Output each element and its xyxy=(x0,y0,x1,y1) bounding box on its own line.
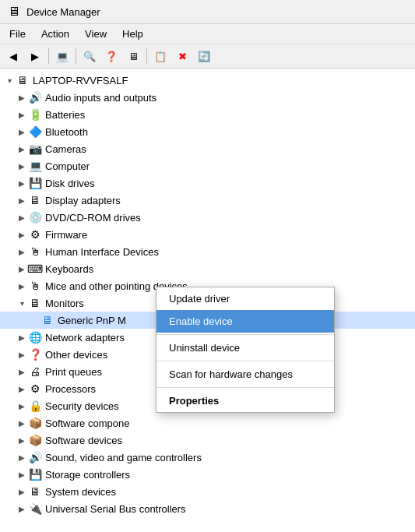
storage-icon: 💾 xyxy=(28,467,42,481)
storage-label: Storage controllers xyxy=(45,469,130,481)
processors-expand[interactable]: ▶ xyxy=(16,382,28,395)
tree-item-firmware[interactable]: ▶ ⚙ Firmware xyxy=(0,226,415,243)
tree-item-softwaredev[interactable]: ▶ 📦 Software devices xyxy=(0,432,415,449)
menu-action[interactable]: Action xyxy=(35,26,76,42)
batteries-expand[interactable]: ▶ xyxy=(16,108,28,121)
back-button[interactable]: ◀ xyxy=(3,47,23,65)
cameras-icon: 📷 xyxy=(28,142,42,156)
menu-view[interactable]: View xyxy=(79,26,113,42)
softwaredev-expand[interactable]: ▶ xyxy=(16,434,28,446)
printqueues-expand[interactable]: ▶ xyxy=(16,365,28,378)
ctx-update-driver[interactable]: Update driver xyxy=(157,287,334,310)
mice-icon: 🖱 xyxy=(28,279,42,293)
tree-item-computer[interactable]: ▶ 💻 Computer xyxy=(0,157,415,174)
other-expand[interactable]: ▶ xyxy=(16,348,28,361)
dvd-expand[interactable]: ▶ xyxy=(16,211,28,224)
storage-expand[interactable]: ▶ xyxy=(16,468,28,481)
dvd-label: DVD/CD-ROM drives xyxy=(45,212,141,224)
ctx-properties[interactable]: Properties xyxy=(157,389,334,412)
tree-item-usb[interactable]: ▶ 🔌 Universal Serial Bus controllers xyxy=(0,500,415,517)
mice-expand[interactable]: ▶ xyxy=(16,280,28,292)
genericpnp-icon: 🖥 xyxy=(40,313,55,327)
bluetooth-expand[interactable]: ▶ xyxy=(16,125,28,138)
delete-button[interactable]: ✖ xyxy=(172,47,192,65)
tree-item-batteries[interactable]: ▶ 🔋 Batteries xyxy=(0,106,415,123)
menu-help[interactable]: Help xyxy=(116,26,149,42)
displayadapters-expand[interactable]: ▶ xyxy=(16,194,28,206)
root-label: LAPTOP-RVVFSALF xyxy=(33,75,128,86)
processors-icon: ⚙ xyxy=(28,382,42,396)
batteries-icon: 🔋 xyxy=(28,107,42,122)
network-label: Network adapters xyxy=(45,332,125,344)
tree-item-diskdrives[interactable]: ▶ 💾 Disk drives xyxy=(0,174,415,192)
toolbar-separator-1 xyxy=(48,48,49,64)
usb-icon: 🔌 xyxy=(28,502,42,516)
context-menu: Update driver Enable device Uninstall de… xyxy=(156,287,335,413)
monitors-icon: 🖥 xyxy=(28,296,42,310)
bluetooth-label: Bluetooth xyxy=(45,126,88,138)
system-expand[interactable]: ▶ xyxy=(16,485,28,498)
ctx-enable-device[interactable]: Enable device xyxy=(157,310,334,333)
bluetooth-icon: 🔷 xyxy=(28,125,42,139)
monitors-expand[interactable]: ▾ xyxy=(16,297,28,309)
diskdrives-icon: 💾 xyxy=(28,176,42,190)
tree-item-dvd[interactable]: ▶ 💿 DVD/CD-ROM drives xyxy=(0,209,415,226)
title-bar: 🖥 Device Manager xyxy=(0,0,415,24)
batteries-label: Batteries xyxy=(45,109,85,121)
computer-icon: 💻 xyxy=(28,159,42,173)
hid-label: Human Interface Devices xyxy=(45,246,159,258)
audio-expand[interactable]: ▶ xyxy=(16,91,28,104)
displayadapters-label: Display adapters xyxy=(45,195,121,206)
menu-file[interactable]: File xyxy=(3,26,32,42)
tree-item-displayadapters[interactable]: ▶ 🖥 Display adapters xyxy=(0,192,415,209)
search-button[interactable]: 🔍 xyxy=(79,47,100,65)
refresh-button[interactable]: 🔄 xyxy=(194,47,214,65)
computer-button[interactable]: 💻 xyxy=(52,47,72,65)
other-label: Other devices xyxy=(45,349,107,361)
system-label: System devices xyxy=(45,486,116,498)
hid-expand[interactable]: ▶ xyxy=(16,245,28,258)
tree-item-softwarecomp[interactable]: ▶ 📦 Software compone xyxy=(0,414,415,432)
monitor-button[interactable]: 🖥 xyxy=(123,47,143,65)
softwaredev-label: Software devices xyxy=(45,435,122,446)
tree-item-audio[interactable]: ▶ 🔊 Audio inputs and outputs xyxy=(0,89,415,106)
security-expand[interactable]: ▶ xyxy=(16,400,28,412)
printqueues-label: Print queues xyxy=(45,366,102,378)
root-icon: 🖥 xyxy=(16,73,30,87)
toolbar-separator-3 xyxy=(146,48,147,64)
softwaredev-icon: 📦 xyxy=(28,433,42,447)
network-expand[interactable]: ▶ xyxy=(16,331,28,344)
dvd-icon: 💿 xyxy=(28,210,42,224)
diskdrives-expand[interactable]: ▶ xyxy=(16,177,28,189)
tree-root[interactable]: ▾ 🖥 LAPTOP-RVVFSALF xyxy=(0,72,415,89)
ctx-uninstall-device[interactable]: Uninstall device xyxy=(157,336,334,359)
system-icon: 🖥 xyxy=(28,484,42,499)
security-label: Security devices xyxy=(45,400,119,412)
softwarecomp-expand[interactable]: ▶ xyxy=(16,417,28,429)
forward-button[interactable]: ▶ xyxy=(25,47,45,65)
keyboards-expand[interactable]: ▶ xyxy=(16,262,28,275)
tree-item-bluetooth[interactable]: ▶ 🔷 Bluetooth xyxy=(0,123,415,140)
root-expand[interactable]: ▾ xyxy=(3,74,16,86)
other-icon: ❓ xyxy=(28,347,42,361)
computer-expand[interactable]: ▶ xyxy=(16,160,28,172)
tree-item-sound[interactable]: ▶ 🔊 Sound, video and game controllers xyxy=(0,449,415,466)
main-content: ▾ 🖥 LAPTOP-RVVFSALF ▶ 🔊 Audio inputs and… xyxy=(0,69,415,530)
sound-expand[interactable]: ▶ xyxy=(16,451,28,463)
tree-item-hid[interactable]: ▶ 🖱 Human Interface Devices xyxy=(0,243,415,260)
firmware-expand[interactable]: ▶ xyxy=(16,228,28,241)
add-button[interactable]: 📋 xyxy=(150,47,171,65)
tree-item-storage[interactable]: ▶ 💾 Storage controllers xyxy=(0,466,415,483)
tree-item-cameras[interactable]: ▶ 📷 Cameras xyxy=(0,140,415,157)
usb-expand[interactable]: ▶ xyxy=(16,502,28,515)
info-button[interactable]: ❓ xyxy=(101,47,121,65)
tree-item-keyboards[interactable]: ▶ ⌨ Keyboards xyxy=(0,260,415,277)
ctx-scan-hardware[interactable]: Scan for hardware changes xyxy=(157,363,334,386)
displayadapters-icon: 🖥 xyxy=(28,193,42,207)
cameras-expand[interactable]: ▶ xyxy=(16,143,28,155)
sound-icon: 🔊 xyxy=(28,450,42,464)
keyboards-label: Keyboards xyxy=(45,263,93,275)
processors-label: Processors xyxy=(45,383,96,395)
tree-item-system[interactable]: ▶ 🖥 System devices xyxy=(0,483,415,500)
toolbar: ◀ ▶ 💻 🔍 ❓ 🖥 📋 ✖ 🔄 xyxy=(0,44,415,69)
